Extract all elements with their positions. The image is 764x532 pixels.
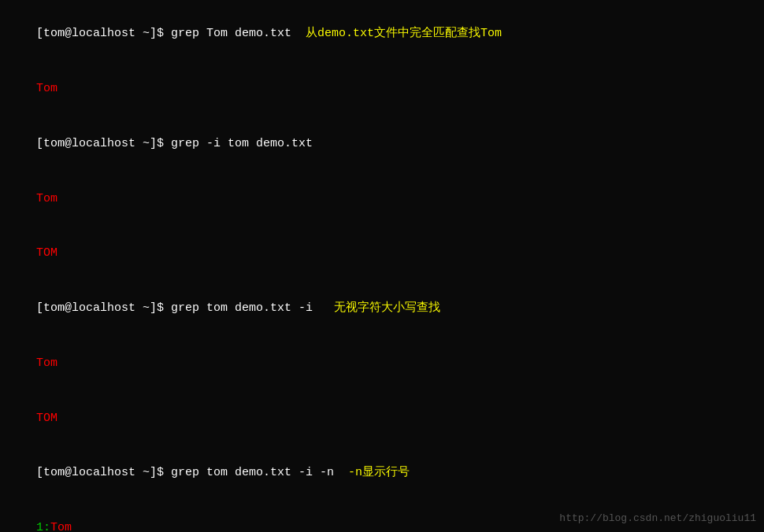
output-3a: Tom (8, 336, 756, 391)
prompt-2: [tom@localhost ~]$ (36, 137, 171, 150)
output-2b: TOM (8, 226, 756, 281)
output-3b: TOM (8, 390, 756, 445)
cmd-line-2: [tom@localhost ~]$ grep -i tom demo.txt (8, 116, 756, 172)
comment-3: 无视字符大小写查找 (313, 301, 440, 315)
prompt-4: [tom@localhost ~]$ (36, 466, 171, 479)
comment-4: -n显示行号 (334, 466, 410, 479)
command-1: grep Tom demo.txt (171, 27, 291, 40)
result-tom-1: Tom (36, 82, 57, 95)
command-2: grep -i tom demo.txt (171, 137, 313, 150)
result-tom-4a: Tom (50, 521, 72, 532)
result-tom-2a: Tom (36, 192, 57, 205)
output-1: Tom (8, 61, 756, 116)
watermark: http://blog.csdn.net/zhiguoliu11 (559, 512, 756, 524)
linenum-4a: 1: (36, 521, 50, 532)
result-tom-2b: TOM (36, 246, 57, 260)
result-tom-3a: Tom (36, 357, 57, 370)
result-tom-3b: TOM (36, 412, 57, 425)
cmd-line-1: [tom@localhost ~]$ grep Tom demo.txt 从de… (8, 6, 756, 61)
output-2a: Tom (8, 171, 756, 226)
prompt-1: [tom@localhost ~]$ (36, 27, 171, 40)
cmd-line-4: [tom@localhost ~]$ grep tom demo.txt -i … (8, 445, 756, 501)
terminal-window: [tom@localhost ~]$ grep Tom demo.txt 从de… (8, 6, 756, 532)
prompt-3: [tom@localhost ~]$ (36, 301, 171, 315)
command-4: grep tom demo.txt -i -n (171, 466, 334, 479)
command-3: grep tom demo.txt -i (171, 301, 313, 315)
cmd-line-3: [tom@localhost ~]$ grep tom demo.txt -i … (8, 281, 756, 336)
comment-1: 从demo.txt文件中完全匹配查找Tom (291, 27, 502, 40)
